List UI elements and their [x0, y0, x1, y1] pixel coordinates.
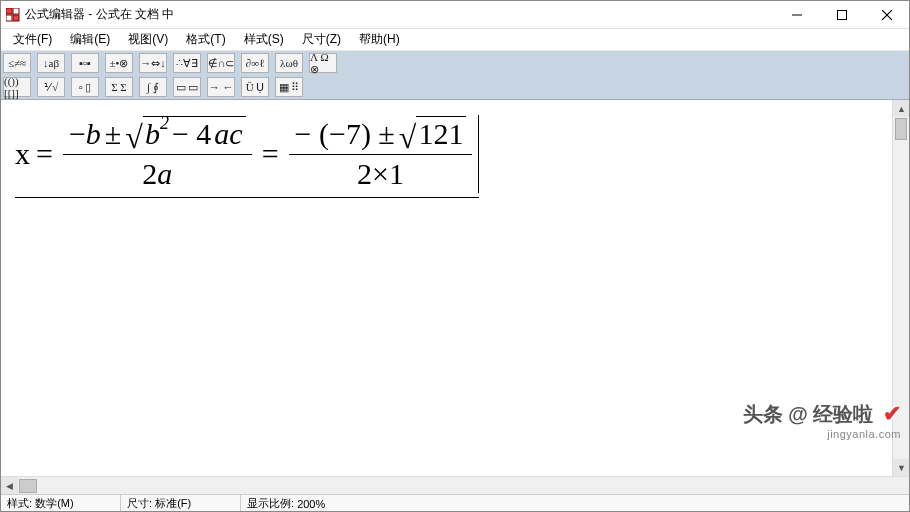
scroll-thumb-v[interactable] [895, 118, 907, 140]
var-b: b [86, 117, 101, 151]
palette-arrows[interactable]: →⇔↓ [140, 54, 166, 72]
scroll-down-icon[interactable]: ▼ [893, 459, 909, 476]
status-size-value: 标准(F) [155, 496, 191, 511]
scroll-thumb-h[interactable] [19, 479, 37, 493]
rad-a: a [214, 117, 229, 151]
template-scripts[interactable]: ▫ ▯ [72, 78, 98, 96]
formula[interactable]: x = − b ± √ b2 − 4 a c [15, 114, 479, 198]
menu-view[interactable]: 视图(V) [120, 29, 176, 50]
rad-c: c [229, 117, 242, 151]
watermark-line1b: 经验啦 [813, 403, 873, 425]
palette-sets[interactable]: ∉∩⊂ [208, 54, 234, 72]
status-zoom-label: 显示比例: [247, 496, 294, 511]
editor-canvas[interactable]: x = − b ± √ b2 − 4 a c [1, 100, 909, 476]
rad-121: 121 [416, 116, 466, 152]
minimize-button[interactable] [774, 1, 819, 29]
sqrt-1: √ b2 − 4 a c [125, 116, 245, 152]
template-matrices[interactable]: ▦ ⠿ [276, 78, 302, 96]
fraction-1: − b ± √ b2 − 4 a c 2 [63, 114, 252, 193]
equals-2: = [262, 137, 279, 171]
menu-file[interactable]: 文件(F) [5, 29, 60, 50]
scroll-up-icon[interactable]: ▲ [893, 100, 909, 117]
titlebar: 公式编辑器 - 公式在 文档 中 [1, 1, 909, 29]
palette-greek-uc[interactable]: Λ Ω ⊗ [310, 54, 336, 72]
template-arrows[interactable]: → ← [208, 78, 234, 96]
status-size-label: 尺寸: [127, 496, 152, 511]
template-integrals[interactable]: ∫ ∮ [140, 78, 166, 96]
radical-icon: √ [399, 125, 417, 161]
svg-rect-1 [13, 8, 19, 14]
palette-greek-lc[interactable]: λωθ [276, 54, 302, 72]
window-title: 公式编辑器 - 公式在 文档 中 [25, 6, 174, 23]
text-cursor [478, 115, 479, 193]
status-style-label: 样式: [7, 496, 32, 511]
template-accents[interactable]: Ü Ụ [242, 78, 268, 96]
palette-spaces[interactable]: ▪▫▪ [72, 54, 98, 72]
template-fractions[interactable]: ⅟ √ [38, 78, 64, 96]
template-sums[interactable]: Σ Σ [106, 78, 132, 96]
toolbar-area: ≤≠≈ ↓aβ ▪▫▪ ±•⊗ →⇔↓ ∴∀∃ ∉∩⊂ ∂∞ℓ λωθ Λ Ω … [1, 51, 909, 100]
sqrt-2: √ 121 [399, 116, 467, 152]
statusbar: 样式: 数学(M) 尺寸: 标准(F) 显示比例: 200% [1, 494, 909, 512]
fraction-2: − (−7) ± √ 121 2×1 [289, 114, 473, 193]
palette-operators[interactable]: ±•⊗ [106, 54, 132, 72]
menu-style[interactable]: 样式(S) [236, 29, 292, 50]
maximize-button[interactable] [819, 1, 864, 29]
watermark-line2: jingyanla.com [827, 428, 901, 440]
status-zoom: 显示比例: 200% [241, 495, 909, 512]
rad-exp: 2 [160, 113, 169, 134]
toolbar-row-1: ≤≠≈ ↓aβ ▪▫▪ ±•⊗ →⇔↓ ∴∀∃ ∉∩⊂ ∂∞ℓ λωθ Λ Ω … [1, 51, 909, 75]
radical-icon: √ [125, 125, 143, 161]
palette-misc[interactable]: ∂∞ℓ [242, 54, 268, 72]
watermark: 头条 @ 经验啦 ✔ jingyanla.com [743, 401, 901, 440]
plus-minus-1: ± [105, 117, 121, 151]
menubar: 文件(F) 编辑(E) 视图(V) 格式(T) 样式(S) 尺寸(Z) 帮助(H… [1, 29, 909, 51]
rad-minus4: − 4 [172, 117, 211, 151]
status-size: 尺寸: 标准(F) [121, 495, 241, 512]
den-a: a [157, 157, 172, 191]
menu-edit[interactable]: 编辑(E) [62, 29, 118, 50]
num2-prefix: − (−7) ± [295, 117, 395, 151]
vertical-scrollbar[interactable]: ▲ ▼ [892, 100, 909, 476]
var-x: x [15, 137, 30, 171]
status-style-value: 数学(M) [35, 496, 74, 511]
close-button[interactable] [864, 1, 909, 29]
menu-format[interactable]: 格式(T) [178, 29, 233, 50]
svg-rect-2 [6, 15, 12, 21]
svg-rect-5 [837, 10, 846, 19]
menu-size[interactable]: 尺寸(Z) [294, 29, 349, 50]
menu-help[interactable]: 帮助(H) [351, 29, 408, 50]
rad-b: b [145, 117, 160, 151]
palette-embellish[interactable]: ↓aβ [38, 54, 64, 72]
scroll-left-icon[interactable]: ◀ [1, 477, 18, 494]
template-fences[interactable]: (()) [[]] [4, 78, 30, 96]
palette-logic[interactable]: ∴∀∃ [174, 54, 200, 72]
toolbar-row-2: (()) [[]] ⅟ √ ▫ ▯ Σ Σ ∫ ∮ ▭ ▭ → ← Ü Ụ ▦ … [1, 75, 909, 99]
svg-rect-3 [13, 15, 19, 21]
svg-rect-0 [6, 8, 12, 14]
horizontal-scrollbar[interactable]: ◀ [1, 476, 909, 494]
template-bars[interactable]: ▭ ▭ [174, 78, 200, 96]
neg-sign: − [69, 117, 86, 151]
equals-1: = [36, 137, 53, 171]
den-two: 2 [142, 157, 157, 191]
app-icon [5, 7, 21, 23]
watermark-line1a: 头条 @ [743, 403, 808, 425]
status-zoom-value: 200% [297, 498, 325, 510]
palette-relations[interactable]: ≤≠≈ [4, 54, 30, 72]
status-style: 样式: 数学(M) [1, 495, 121, 512]
